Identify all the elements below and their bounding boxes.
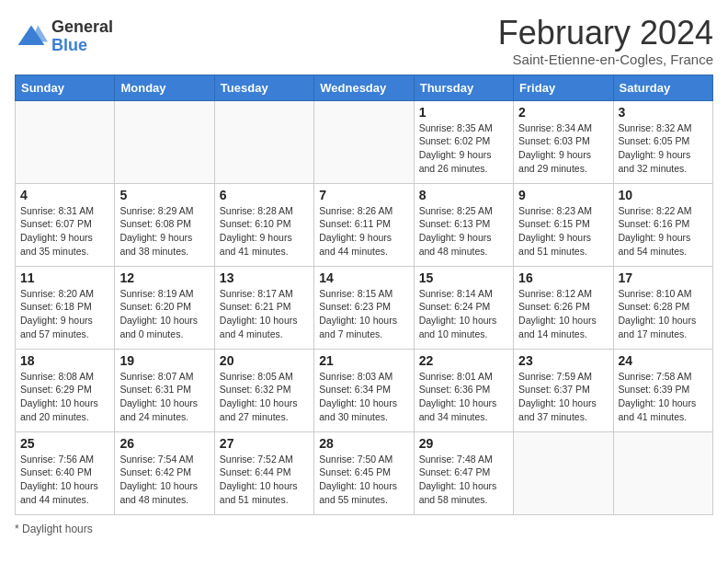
day-number: 1 <box>419 105 508 120</box>
header-day: Wednesday <box>314 75 414 100</box>
calendar-subtitle: Saint-Etienne-en-Cogles, France <box>498 52 713 67</box>
calendar-table: SundayMondayTuesdayWednesdayThursdayFrid… <box>15 75 713 515</box>
day-number: 11 <box>20 270 109 285</box>
day-info: Sunrise: 8:14 AMSunset: 6:24 PMDaylight:… <box>419 287 508 341</box>
day-info: Sunrise: 8:22 AMSunset: 6:16 PMDaylight:… <box>619 204 708 259</box>
day-info: Sunrise: 8:05 AMSunset: 6:32 PMDaylight:… <box>220 370 309 424</box>
day-number: 9 <box>518 188 608 202</box>
header-day: Monday <box>115 75 214 100</box>
day-number: 6 <box>220 188 309 202</box>
header-day: Thursday <box>414 75 513 100</box>
day-info: Sunrise: 8:32 AMSunset: 6:05 PMDaylight:… <box>619 121 708 176</box>
calendar-cell: 1Sunrise: 8:35 AMSunset: 6:02 PMDaylight… <box>414 100 513 183</box>
calendar-cell <box>214 100 313 183</box>
calendar-cell: 28Sunrise: 7:50 AMSunset: 6:45 PMDayligh… <box>314 431 414 514</box>
calendar-cell <box>16 100 115 183</box>
header: General Blue February 2024 Saint-Etienne… <box>15 15 713 67</box>
day-info: Sunrise: 8:07 AMSunset: 6:31 PMDaylight:… <box>119 370 209 424</box>
calendar-cell: 13Sunrise: 8:17 AMSunset: 6:21 PMDayligh… <box>214 266 313 349</box>
day-number: 4 <box>20 188 109 202</box>
calendar-week-row: 1Sunrise: 8:35 AMSunset: 6:02 PMDaylight… <box>16 100 713 183</box>
calendar-cell <box>115 100 214 183</box>
day-info: Sunrise: 8:29 AMSunset: 6:08 PMDaylight:… <box>119 204 209 259</box>
header-day: Sunday <box>16 75 115 100</box>
calendar-cell: 9Sunrise: 8:23 AMSunset: 6:15 PMDaylight… <box>514 183 613 266</box>
calendar-cell: 5Sunrise: 8:29 AMSunset: 6:08 PMDaylight… <box>115 183 214 266</box>
day-info: Sunrise: 7:52 AMSunset: 6:44 PMDaylight:… <box>220 453 309 507</box>
day-number: 3 <box>619 105 708 120</box>
day-number: 13 <box>220 270 309 285</box>
day-number: 23 <box>518 353 608 368</box>
day-number: 17 <box>619 270 708 285</box>
day-number: 10 <box>619 188 708 202</box>
day-info: Sunrise: 7:56 AMSunset: 6:40 PMDaylight:… <box>20 453 109 507</box>
calendar-cell: 3Sunrise: 8:32 AMSunset: 6:05 PMDaylight… <box>613 100 712 183</box>
day-number: 12 <box>119 270 209 285</box>
day-info: Sunrise: 8:12 AMSunset: 6:26 PMDaylight:… <box>518 287 608 341</box>
day-info: Sunrise: 7:58 AMSunset: 6:39 PMDaylight:… <box>619 370 708 424</box>
day-number: 24 <box>619 353 708 368</box>
calendar-cell <box>514 431 613 514</box>
calendar-cell: 17Sunrise: 8:10 AMSunset: 6:28 PMDayligh… <box>613 266 712 349</box>
day-number: 21 <box>319 353 408 368</box>
day-number: 29 <box>419 436 508 451</box>
day-number: 22 <box>419 353 508 368</box>
day-info: Sunrise: 8:31 AMSunset: 6:07 PMDaylight:… <box>20 204 109 259</box>
day-info: Sunrise: 8:15 AMSunset: 6:23 PMDaylight:… <box>319 287 408 341</box>
day-number: 14 <box>319 270 408 285</box>
calendar-cell <box>314 100 414 183</box>
header-day: Tuesday <box>214 75 313 100</box>
calendar-cell: 2Sunrise: 8:34 AMSunset: 6:03 PMDaylight… <box>514 100 613 183</box>
day-info: Sunrise: 8:03 AMSunset: 6:34 PMDaylight:… <box>319 370 408 424</box>
day-info: Sunrise: 8:10 AMSunset: 6:28 PMDaylight:… <box>619 287 708 341</box>
day-info: Sunrise: 8:08 AMSunset: 6:29 PMDaylight:… <box>20 370 109 424</box>
calendar-cell: 20Sunrise: 8:05 AMSunset: 6:32 PMDayligh… <box>214 349 313 431</box>
calendar-cell: 15Sunrise: 8:14 AMSunset: 6:24 PMDayligh… <box>414 266 513 349</box>
calendar-week-row: 18Sunrise: 8:08 AMSunset: 6:29 PMDayligh… <box>16 349 713 431</box>
day-info: Sunrise: 8:26 AMSunset: 6:11 PMDaylight:… <box>319 204 408 259</box>
calendar-week-row: 25Sunrise: 7:56 AMSunset: 6:40 PMDayligh… <box>16 431 713 514</box>
calendar-header: SundayMondayTuesdayWednesdayThursdayFrid… <box>16 75 713 100</box>
calendar-body: 1Sunrise: 8:35 AMSunset: 6:02 PMDaylight… <box>16 100 713 514</box>
logo-icon <box>15 20 48 53</box>
day-info: Sunrise: 7:50 AMSunset: 6:45 PMDaylight:… <box>319 453 408 507</box>
calendar-title: February 2024 <box>498 15 713 52</box>
calendar-cell: 6Sunrise: 8:28 AMSunset: 6:10 PMDaylight… <box>214 183 313 266</box>
day-number: 19 <box>119 353 209 368</box>
calendar-cell: 4Sunrise: 8:31 AMSunset: 6:07 PMDaylight… <box>16 183 115 266</box>
calendar-cell: 12Sunrise: 8:19 AMSunset: 6:20 PMDayligh… <box>115 266 214 349</box>
header-day: Saturday <box>613 75 712 100</box>
day-number: 25 <box>20 436 109 451</box>
day-number: 20 <box>220 353 309 368</box>
calendar-cell: 21Sunrise: 8:03 AMSunset: 6:34 PMDayligh… <box>314 349 414 431</box>
footer-note: * Daylight hours <box>15 523 713 535</box>
day-number: 26 <box>119 436 209 451</box>
calendar-week-row: 11Sunrise: 8:20 AMSunset: 6:18 PMDayligh… <box>16 266 713 349</box>
day-info: Sunrise: 8:34 AMSunset: 6:03 PMDaylight:… <box>518 121 608 176</box>
day-info: Sunrise: 8:01 AMSunset: 6:36 PMDaylight:… <box>419 370 508 424</box>
day-number: 8 <box>419 188 508 202</box>
day-number: 2 <box>518 105 608 120</box>
title-area: February 2024 Saint-Etienne-en-Cogles, F… <box>498 15 713 67</box>
day-info: Sunrise: 8:25 AMSunset: 6:13 PMDaylight:… <box>419 204 508 259</box>
day-number: 16 <box>518 270 608 285</box>
day-info: Sunrise: 8:35 AMSunset: 6:02 PMDaylight:… <box>419 121 508 176</box>
day-info: Sunrise: 8:23 AMSunset: 6:15 PMDaylight:… <box>518 204 608 259</box>
day-info: Sunrise: 7:59 AMSunset: 6:37 PMDaylight:… <box>518 370 608 424</box>
day-number: 27 <box>220 436 309 451</box>
footer-note-text: Daylight hours <box>22 523 93 535</box>
header-day: Friday <box>514 75 613 100</box>
calendar-cell: 10Sunrise: 8:22 AMSunset: 6:16 PMDayligh… <box>613 183 712 266</box>
calendar-cell: 16Sunrise: 8:12 AMSunset: 6:26 PMDayligh… <box>514 266 613 349</box>
day-info: Sunrise: 8:19 AMSunset: 6:20 PMDaylight:… <box>119 287 209 341</box>
day-info: Sunrise: 7:54 AMSunset: 6:42 PMDaylight:… <box>119 453 209 507</box>
calendar-cell: 8Sunrise: 8:25 AMSunset: 6:13 PMDaylight… <box>414 183 513 266</box>
day-info: Sunrise: 8:28 AMSunset: 6:10 PMDaylight:… <box>220 204 309 259</box>
calendar-cell: 25Sunrise: 7:56 AMSunset: 6:40 PMDayligh… <box>16 431 115 514</box>
calendar-cell <box>613 431 712 514</box>
calendar-cell: 18Sunrise: 8:08 AMSunset: 6:29 PMDayligh… <box>16 349 115 431</box>
day-number: 28 <box>319 436 408 451</box>
day-info: Sunrise: 7:48 AMSunset: 6:47 PMDaylight:… <box>419 453 508 507</box>
calendar-cell: 23Sunrise: 7:59 AMSunset: 6:37 PMDayligh… <box>514 349 613 431</box>
calendar-cell: 26Sunrise: 7:54 AMSunset: 6:42 PMDayligh… <box>115 431 214 514</box>
